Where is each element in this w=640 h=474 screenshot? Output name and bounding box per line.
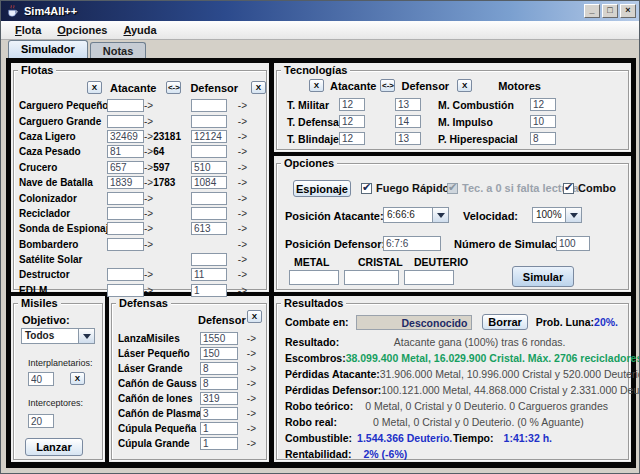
- defense-input[interactable]: [200, 332, 238, 345]
- posicion-defensor-input[interactable]: [383, 236, 441, 251]
- defense-input[interactable]: [200, 392, 238, 405]
- objetivo-combo[interactable]: Todos: [21, 328, 95, 344]
- title-bar[interactable]: Sim4All++ _ □ ×: [1, 1, 639, 21]
- fleet-atk-input[interactable]: [107, 284, 144, 297]
- fleet-label: Carguero Pequeño: [19, 100, 107, 111]
- fleet-def-input[interactable]: [191, 268, 227, 281]
- maximize-button[interactable]: □: [602, 4, 618, 18]
- defense-input[interactable]: [200, 422, 238, 435]
- fleet-atk-input[interactable]: [107, 207, 144, 220]
- fleet-def-arrow: ->: [227, 223, 247, 234]
- fleet-def-arrow: ->: [227, 254, 247, 265]
- defense-label: Láser Grande: [118, 363, 200, 374]
- metal-input[interactable]: [289, 270, 339, 285]
- tech-def-input[interactable]: [395, 115, 421, 128]
- defense-input[interactable]: [200, 347, 238, 360]
- tech-atk-input[interactable]: [339, 115, 365, 128]
- clear-defensas-button[interactable]: X: [247, 310, 262, 323]
- interplanetarios-input[interactable]: [28, 372, 54, 386]
- fleet-def-input[interactable]: [191, 115, 227, 128]
- combo-checkbox[interactable]: Combo: [563, 182, 616, 194]
- fleet-def-input[interactable]: [191, 207, 227, 220]
- misiles-panel-title: Misiles: [18, 297, 61, 309]
- metal-label: METAL: [294, 256, 329, 268]
- defense-input[interactable]: [200, 437, 238, 450]
- fleet-atk-input[interactable]: [107, 238, 144, 251]
- fuego-rapido-checkbox[interactable]: Fuego Rápido: [361, 182, 449, 194]
- fleet-row: Carguero Pequeño->->: [14, 98, 266, 113]
- fleet-atk-input[interactable]: [107, 268, 144, 281]
- simular-button[interactable]: Simular: [512, 266, 574, 287]
- chevron-down-icon: [78, 329, 94, 343]
- motor-input[interactable]: [530, 132, 556, 145]
- fleet-atk-input[interactable]: [107, 99, 144, 112]
- defense-arrow: ->: [238, 423, 256, 434]
- num-simulaciones-input[interactable]: [556, 236, 590, 251]
- posicion-atacante-combo[interactable]: 6:66:6: [383, 207, 449, 223]
- fleet-def-input[interactable]: [191, 222, 227, 235]
- fleet-atk-input[interactable]: [107, 130, 144, 143]
- fleet-def-input[interactable]: [191, 192, 227, 205]
- fleet-row: Carguero Grande->->: [14, 113, 266, 128]
- fleet-atk-input[interactable]: [107, 115, 144, 128]
- lanzar-button[interactable]: Lanzar: [25, 438, 83, 456]
- fleet-atk-input[interactable]: [107, 222, 144, 235]
- clear-attacker-tech-button[interactable]: X: [309, 79, 324, 92]
- perdidas-defensor-value: 100.121.000 Metal, 44.868.000 Cristal y …: [381, 384, 640, 396]
- tab-strip: Simulador Notas: [1, 40, 639, 58]
- fleet-def-input[interactable]: [191, 130, 227, 143]
- tab-simulador[interactable]: Simulador: [8, 40, 88, 58]
- fleet-atk-input[interactable]: [107, 161, 144, 174]
- espionaje-button[interactable]: Espionaje: [293, 180, 351, 197]
- motor-label: P. Hiperespacial: [438, 133, 530, 145]
- opciones-panel: Opciones Espionaje Fuego Rápido Tec. a 0…: [274, 156, 631, 292]
- cristal-input[interactable]: [344, 270, 399, 285]
- fleet-atk-input[interactable]: [107, 145, 144, 158]
- clear-defender-fleet-button[interactable]: X: [251, 81, 266, 94]
- fleet-def-arrow: ->: [227, 208, 247, 219]
- fleet-label: Destructor: [19, 269, 107, 280]
- defense-input[interactable]: [200, 407, 238, 420]
- fleet-def-input[interactable]: [191, 145, 227, 158]
- defense-arrow: ->: [238, 393, 256, 404]
- fleet-def-input[interactable]: [191, 253, 227, 266]
- clear-defender-tech-button[interactable]: X: [457, 79, 472, 92]
- defense-input[interactable]: [200, 377, 238, 390]
- fleet-def-input[interactable]: [191, 176, 227, 189]
- fleet-row: Caza Pesado->64->: [14, 144, 266, 159]
- fleet-atk-input[interactable]: [107, 176, 144, 189]
- minimize-button[interactable]: _: [584, 4, 600, 18]
- defense-label: Láser Pequeño: [118, 348, 200, 359]
- robo-real-row: Robo real: 0 Metal, 0 Cristal y 0 Deuter…: [277, 414, 628, 430]
- fleet-def-input[interactable]: [191, 284, 227, 297]
- resultado-row: Resultado: Atacante gana (100%) tras 6 r…: [277, 334, 628, 350]
- fleet-def-input[interactable]: [191, 99, 227, 112]
- swap-fleet-button[interactable]: <->: [166, 81, 181, 94]
- interceptores-input[interactable]: [28, 414, 54, 428]
- tech-def-input[interactable]: [395, 132, 421, 145]
- tech-atk-input[interactable]: [339, 98, 365, 111]
- tech-def-input[interactable]: [395, 98, 421, 111]
- deuterio-input[interactable]: [404, 270, 454, 285]
- motor-input[interactable]: [530, 98, 556, 111]
- close-button[interactable]: ×: [620, 4, 636, 18]
- clear-misiles-button[interactable]: X: [70, 372, 85, 385]
- fleet-def-arrow: ->: [227, 146, 247, 157]
- swap-tech-button[interactable]: <->: [380, 79, 395, 92]
- borrar-button[interactable]: Borrar: [482, 314, 527, 330]
- motor-input[interactable]: [530, 115, 556, 128]
- fleet-def-input[interactable]: [191, 161, 227, 174]
- fleet-row: Bombardero->->: [14, 237, 266, 252]
- menu-ayuda[interactable]: Ayuda: [115, 22, 164, 38]
- menu-opciones[interactable]: Opciones: [49, 22, 115, 38]
- tab-notas[interactable]: Notas: [90, 42, 147, 58]
- clear-attacker-fleet-button[interactable]: X: [87, 81, 102, 94]
- fleet-row: EDLM->->: [14, 283, 266, 298]
- fleet-atk-input[interactable]: [107, 192, 144, 205]
- menu-flota[interactable]: Flota: [7, 22, 49, 38]
- defense-input[interactable]: [200, 362, 238, 375]
- tech-atk-input[interactable]: [339, 132, 365, 145]
- velocidad-combo[interactable]: 100%: [532, 207, 582, 223]
- defense-arrow: ->: [238, 363, 256, 374]
- defense-label: Cúpula Grande: [118, 438, 200, 449]
